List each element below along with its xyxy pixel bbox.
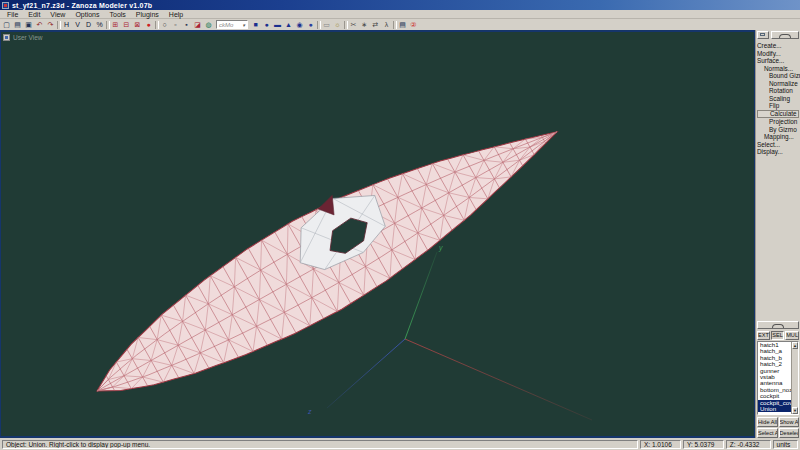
scroll-down-icon[interactable]: ▼ bbox=[792, 407, 798, 414]
list-scrollbar[interactable]: ▲ ▼ bbox=[791, 342, 798, 414]
undo-icon[interactable]: ↶ bbox=[34, 20, 45, 30]
toolbar-glyph: ◍ bbox=[205, 20, 211, 30]
command-create-[interactable]: Create... bbox=[757, 42, 799, 50]
script-icon[interactable]: ▤ bbox=[397, 20, 408, 30]
vertices-mode-icon[interactable]: V bbox=[72, 20, 83, 30]
light-icon[interactable]: ☼ bbox=[332, 20, 343, 30]
toolbar-glyph: ▤ bbox=[399, 20, 406, 30]
panel-config-button[interactable] bbox=[757, 31, 769, 39]
status-y-coordinate: Y: 5.0379 bbox=[683, 440, 724, 449]
command-label: Select... bbox=[757, 141, 780, 148]
command-display-[interactable]: Display... bbox=[757, 148, 799, 156]
toolbar-group-create: ■●▬▲◉●▭☼✂∗⇄λ▤② bbox=[250, 20, 419, 30]
menu-item-edit[interactable]: Edit bbox=[23, 10, 45, 19]
command-rotation[interactable]: Rotation bbox=[757, 87, 799, 95]
toolbar-glyph: V bbox=[75, 20, 80, 30]
toolbar-glyph: ☼ bbox=[334, 20, 340, 30]
command-label: Normalize bbox=[769, 80, 798, 87]
menu-item-options[interactable]: Options bbox=[70, 10, 104, 19]
command-projection[interactable]: Projection bbox=[757, 118, 799, 126]
menu-item-view[interactable]: View bbox=[45, 10, 70, 19]
command-normalize[interactable]: Normalize bbox=[757, 80, 799, 88]
material-view-icon[interactable]: ◍ bbox=[203, 20, 214, 30]
views-config-icon[interactable]: ⊞ bbox=[110, 20, 121, 30]
merge-icon[interactable]: ∗ bbox=[359, 20, 370, 30]
view-maximize-icon[interactable]: ⊠ bbox=[132, 20, 143, 30]
toolbar-glyph: ● bbox=[146, 20, 150, 30]
create-torus-icon[interactable]: ◉ bbox=[294, 20, 305, 30]
tab-ext[interactable]: EXT bbox=[757, 331, 770, 340]
object-buttons: Hide AllShow AllSelect AllDeselect bbox=[757, 417, 799, 438]
command-by-gizmo[interactable]: By Gizmo bbox=[757, 126, 799, 134]
view-split-icon[interactable]: ⊟ bbox=[121, 20, 132, 30]
command-surface-[interactable]: Surface... bbox=[757, 57, 799, 65]
command-modify-[interactable]: Modify... bbox=[757, 50, 799, 58]
wireframe-view-icon[interactable]: ▫ bbox=[170, 20, 181, 30]
rollup-button[interactable] bbox=[771, 31, 799, 39]
menu-item-tools[interactable]: Tools bbox=[105, 10, 131, 19]
mode-dropdown[interactable]: ckMo ▾ bbox=[216, 20, 248, 29]
hide-mode-icon[interactable]: H bbox=[61, 20, 72, 30]
object-tabs: EXTSELMUL bbox=[757, 331, 799, 340]
toolbar-glyph: ● bbox=[308, 20, 312, 30]
object-item-union[interactable]: Union bbox=[758, 406, 791, 412]
tab-sel[interactable]: SEL bbox=[771, 331, 784, 340]
viewport-3d[interactable]: User View yz bbox=[0, 30, 755, 438]
textured-view-icon[interactable]: ◪ bbox=[192, 20, 203, 30]
status-z-coordinate: Z: -0.4332 bbox=[726, 440, 771, 449]
command-label: Projection bbox=[769, 118, 797, 125]
command-mapping-[interactable]: Mapping... bbox=[757, 133, 799, 141]
mirror-icon[interactable]: ⇄ bbox=[370, 20, 381, 30]
command-scaling[interactable]: Scaling bbox=[757, 95, 799, 103]
toolbar-glyph: ↷ bbox=[48, 20, 54, 30]
create-geosphere-icon[interactable]: ● bbox=[305, 20, 316, 30]
create-cylinder-icon[interactable]: ▬ bbox=[272, 20, 283, 30]
detach-mode-icon[interactable]: D bbox=[83, 20, 94, 30]
toolbar-glyph: ⊟ bbox=[124, 20, 130, 30]
command-label: Flip bbox=[769, 102, 779, 109]
red-2-icon[interactable]: ② bbox=[408, 20, 419, 30]
new-file-icon[interactable]: ▢ bbox=[1, 20, 12, 30]
model-canvas[interactable]: yz bbox=[1, 32, 754, 436]
viewport-menu-icon[interactable] bbox=[3, 34, 10, 41]
command-select-[interactable]: Select... bbox=[757, 141, 799, 149]
panel-button-deselect[interactable]: Deselect bbox=[779, 428, 800, 438]
panel-button-show-all[interactable]: Show All bbox=[779, 417, 800, 427]
toolbar-glyph: ⊞ bbox=[113, 20, 119, 30]
toolbar-glyph: ∗ bbox=[362, 20, 368, 30]
command-calculate[interactable]: Calculate bbox=[757, 110, 799, 119]
menu-item-file[interactable]: File bbox=[2, 10, 23, 19]
solid-view-icon[interactable]: ▪ bbox=[181, 20, 192, 30]
menu-item-help[interactable]: Help bbox=[164, 10, 188, 19]
panel-button-hide-all[interactable]: Hide All bbox=[757, 417, 778, 427]
viewport-label: User View bbox=[3, 34, 43, 41]
create-plane-icon[interactable]: ▭ bbox=[321, 20, 332, 30]
axis-z-label: z bbox=[307, 408, 312, 415]
rollup-button-objects[interactable] bbox=[757, 321, 799, 329]
cut-icon[interactable]: ✂ bbox=[348, 20, 359, 30]
command-normals-[interactable]: Normals... bbox=[757, 65, 799, 73]
bones-icon[interactable]: λ bbox=[381, 20, 392, 30]
open-folder-icon[interactable]: ▤ bbox=[12, 20, 23, 30]
redo-icon[interactable]: ↷ bbox=[45, 20, 56, 30]
scroll-up-icon[interactable]: ▲ bbox=[792, 342, 798, 349]
toolbar-glyph: ↶ bbox=[37, 20, 43, 30]
panel-button-select-all[interactable]: Select All bbox=[757, 428, 778, 438]
menu-item-plugins[interactable]: Plugins bbox=[131, 10, 164, 19]
arc-icon bbox=[779, 34, 791, 38]
command-flip[interactable]: Flip bbox=[757, 102, 799, 110]
zoom-icon[interactable]: ○ bbox=[159, 20, 170, 30]
create-box-icon[interactable]: ■ bbox=[250, 20, 261, 30]
save-icon[interactable]: ▣ bbox=[23, 20, 34, 30]
panel-spacer bbox=[757, 156, 799, 322]
command-bound-gizmo[interactable]: Bound Gizmo bbox=[757, 72, 799, 80]
toolbar-glyph: ▭ bbox=[323, 20, 330, 30]
create-sphere-icon[interactable]: ● bbox=[261, 20, 272, 30]
axis-y-label: y bbox=[438, 244, 443, 252]
percent-scale-icon[interactable]: % bbox=[94, 20, 105, 30]
command-list: Create...Modify...Surface...Normals...Bo… bbox=[757, 42, 799, 156]
create-cone-icon[interactable]: ▲ bbox=[283, 20, 294, 30]
render-sphere-icon[interactable]: ● bbox=[143, 20, 154, 30]
panel-top-row bbox=[757, 31, 799, 39]
tab-mul[interactable]: MUL bbox=[785, 331, 799, 340]
